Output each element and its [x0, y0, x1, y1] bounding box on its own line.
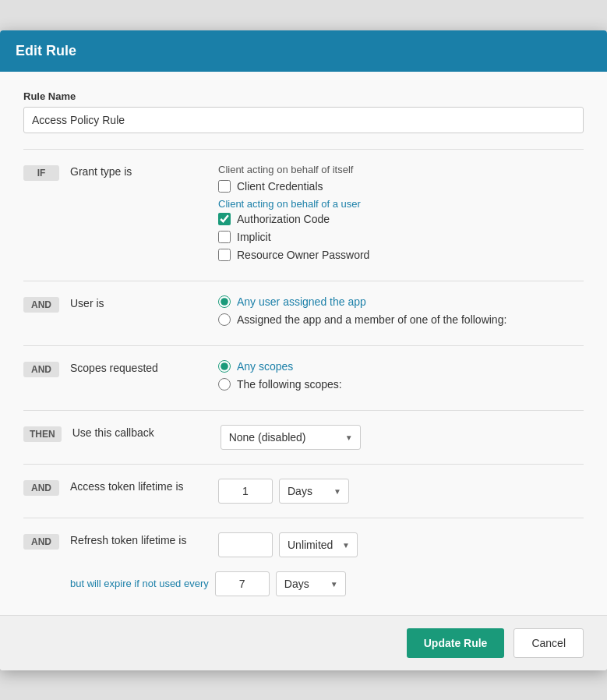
if-grant-type-row: IF Grant type is Client acting on behalf…	[23, 164, 584, 267]
divider-1	[23, 149, 584, 150]
refresh-token-inline: Hours Days Weeks Unlimited	[218, 532, 584, 557]
update-rule-button[interactable]: Update Rule	[407, 628, 505, 658]
auth-code-label[interactable]: Authorization Code	[237, 213, 330, 225]
implicit-row: Implicit	[218, 231, 584, 243]
access-token-options: Hours Days Weeks	[218, 479, 584, 504]
any-scopes-label[interactable]: Any scopes	[237, 360, 293, 373]
client-credentials-checkbox[interactable]	[218, 180, 231, 193]
user-options: Any user assigned the app Assigned the a…	[218, 295, 584, 331]
expire-unit-select[interactable]: Hours Days Weeks	[276, 571, 346, 596]
then-badge: THEN	[23, 426, 62, 442]
expire-label: but will expire if not used every	[70, 578, 209, 589]
resource-owner-row: Resource Owner Password	[218, 249, 584, 261]
client-credentials-row: Client Credentials	[218, 180, 584, 193]
any-user-label[interactable]: Any user assigned the app	[237, 295, 366, 308]
assigned-member-row: Assigned the app and a member of one of …	[218, 313, 584, 326]
assigned-member-radio[interactable]	[218, 313, 231, 326]
any-user-radio[interactable]	[218, 295, 231, 308]
implicit-checkbox[interactable]	[218, 231, 231, 243]
access-token-label: Access token lifetime is	[70, 479, 195, 493]
rule-name-input[interactable]	[23, 107, 584, 133]
callback-select-wrapper: None (disabled) Custom Callback 1 Custom…	[221, 425, 361, 450]
grant-type-label: Grant type is	[70, 164, 195, 178]
client-credentials-label[interactable]: Client Credentials	[237, 180, 323, 193]
and-scopes-badge: AND	[23, 362, 59, 377]
following-scopes-label[interactable]: The following scopes:	[237, 378, 342, 391]
auth-code-row: Authorization Code	[218, 213, 584, 225]
scopes-requested-label: Scopes requested	[70, 360, 195, 374]
rule-name-label: Rule Name	[23, 90, 584, 102]
expire-row: but will expire if not used every Hours …	[23, 571, 584, 596]
if-badge: IF	[23, 165, 59, 181]
divider-6	[23, 518, 584, 518]
expire-unit-wrapper: Hours Days Weeks	[276, 571, 346, 596]
modal-body: Rule Name IF Grant type is Client acting…	[0, 72, 607, 615]
implicit-label[interactable]: Implicit	[237, 231, 271, 243]
following-scopes-row: The following scopes:	[218, 378, 584, 391]
access-token-inline: Hours Days Weeks	[218, 479, 584, 504]
assigned-member-label[interactable]: Assigned the app and a member of one of …	[237, 313, 506, 326]
refresh-token-label: Refresh token lifetime is	[70, 532, 195, 546]
refresh-token-unit-select[interactable]: Hours Days Weeks Unlimited	[279, 532, 358, 557]
and-refresh-badge: AND	[23, 534, 59, 550]
and-access-badge: AND	[23, 480, 59, 496]
then-callback-row: THEN Use this callback None (disabled) C…	[23, 425, 584, 450]
and-user-badge: AND	[23, 297, 59, 313]
and-access-token-row: AND Access token lifetime is Hours Days …	[23, 479, 584, 504]
and-user-row: AND User is Any user assigned the app As…	[23, 295, 584, 331]
callback-select[interactable]: None (disabled) Custom Callback 1 Custom…	[221, 425, 361, 450]
client-user-label: Client acting on behalf of a user	[218, 198, 584, 210]
divider-2	[23, 281, 584, 281]
refresh-token-options: Hours Days Weeks Unlimited	[218, 532, 584, 557]
divider-4	[23, 410, 584, 411]
divider-3	[23, 345, 584, 346]
callback-options: None (disabled) Custom Callback 1 Custom…	[221, 425, 584, 450]
divider-5	[23, 464, 584, 465]
modal-title: Edit Rule	[16, 43, 76, 58]
and-refresh-token-row: AND Refresh token lifetime is Hours Days…	[23, 532, 584, 557]
modal-header: Edit Rule	[0, 30, 607, 72]
grant-type-options: Client acting on behalf of itself Client…	[218, 164, 584, 267]
user-is-label: User is	[70, 295, 195, 309]
scopes-options: Any scopes The following scopes:	[218, 360, 584, 396]
expire-value-input[interactable]	[215, 571, 270, 596]
refresh-token-unit-wrapper: Hours Days Weeks Unlimited	[279, 532, 358, 557]
client-self-label: Client acting on behalf of itself	[218, 164, 584, 175]
cancel-button[interactable]: Cancel	[513, 628, 584, 658]
any-scopes-radio[interactable]	[218, 360, 231, 373]
following-scopes-radio[interactable]	[218, 378, 231, 391]
auth-code-checkbox[interactable]	[218, 213, 231, 225]
any-scopes-row: Any scopes	[218, 360, 584, 373]
modal-footer: Update Rule Cancel	[0, 615, 607, 670]
any-user-row: Any user assigned the app	[218, 295, 584, 308]
use-callback-label: Use this callback	[72, 425, 197, 439]
refresh-token-input[interactable]	[218, 532, 273, 557]
resource-owner-checkbox[interactable]	[218, 249, 231, 261]
access-token-input[interactable]	[218, 479, 273, 504]
rule-name-group: Rule Name	[23, 90, 584, 133]
edit-rule-modal: Edit Rule Rule Name IF Grant type is Cli…	[0, 30, 607, 670]
and-scopes-row: AND Scopes requested Any scopes The foll…	[23, 360, 584, 396]
access-token-unit-wrapper: Hours Days Weeks	[279, 479, 349, 504]
access-token-unit-select[interactable]: Hours Days Weeks	[279, 479, 349, 504]
resource-owner-label[interactable]: Resource Owner Password	[237, 249, 369, 261]
